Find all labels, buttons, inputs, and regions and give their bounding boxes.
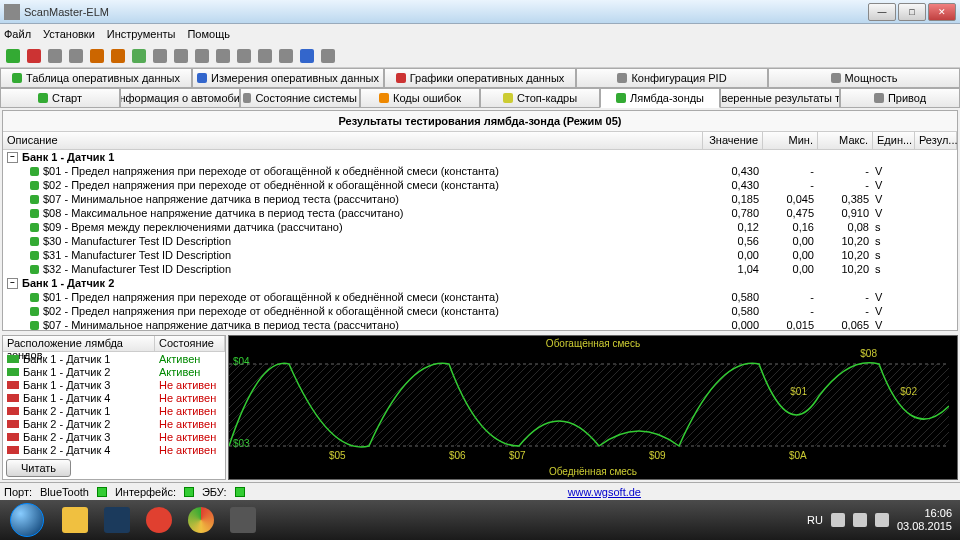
- item-max: -: [814, 165, 869, 177]
- taskbar-yandex[interactable]: [139, 504, 179, 536]
- close-button[interactable]: ✕: [928, 3, 956, 21]
- sensor-row[interactable]: Банк 2 - Датчик 2Не активен: [3, 417, 225, 430]
- toolbar-icon: [258, 49, 272, 63]
- read-button[interactable]: Читать: [6, 459, 71, 477]
- tab-5[interactable]: Лямбда-зонды: [600, 88, 720, 108]
- tray-flag-icon[interactable]: [831, 513, 845, 527]
- toolbar-button-0[interactable]: [4, 47, 22, 65]
- item-max: -: [814, 305, 869, 317]
- toolbar-icon: [132, 49, 146, 63]
- item-row[interactable]: $02 - Предел напряжения при переходе от …: [3, 304, 957, 318]
- column-headers: Описание Значение Мин. Макс. Един... Рез…: [3, 132, 957, 150]
- menu-settings[interactable]: Установки: [43, 28, 95, 40]
- sensor-row[interactable]: Банк 2 - Датчик 4Не активен: [3, 443, 225, 456]
- toolbar-button-13[interactable]: [277, 47, 295, 65]
- item-min: 0,045: [759, 193, 814, 205]
- maximize-button[interactable]: □: [898, 3, 926, 21]
- taskbar-photoshop[interactable]: [97, 504, 137, 536]
- toolbar-button-12[interactable]: [256, 47, 274, 65]
- item-row[interactable]: $31 - Manufacturer Test ID Description0,…: [3, 248, 957, 262]
- tray-network-icon[interactable]: [853, 513, 867, 527]
- toolbar-button-5[interactable]: [109, 47, 127, 65]
- tab-4[interactable]: Стоп-кадры: [480, 88, 600, 108]
- toolbar-button-3[interactable]: [67, 47, 85, 65]
- group-row[interactable]: −Банк 1 - Датчик 2: [3, 276, 957, 290]
- sensor-row[interactable]: Банк 2 - Датчик 1Не активен: [3, 404, 225, 417]
- tab-7[interactable]: Привод: [840, 88, 960, 108]
- toolbar-button-11[interactable]: [235, 47, 253, 65]
- windows-orb-icon: [10, 503, 44, 537]
- collapse-icon[interactable]: −: [7, 278, 18, 289]
- item-row[interactable]: $32 - Manufacturer Test ID Description1,…: [3, 262, 957, 276]
- tray-clock[interactable]: 16:06 03.08.2015: [897, 507, 952, 533]
- col-max[interactable]: Макс.: [818, 132, 873, 149]
- item-max: 0,065: [814, 319, 869, 330]
- sensor-row[interactable]: Банк 1 - Датчик 2Активен: [3, 365, 225, 378]
- item-row[interactable]: $07 - Минимальное напряжение датчика в п…: [3, 318, 957, 330]
- status-dot-icon: [30, 209, 39, 218]
- col-result[interactable]: Резул...: [915, 132, 957, 149]
- item-row[interactable]: $08 - Максимальное напряжение датчика в …: [3, 206, 957, 220]
- status-dot-icon: [30, 251, 39, 260]
- toolbar-button-15[interactable]: [319, 47, 337, 65]
- col-description[interactable]: Описание: [3, 132, 703, 149]
- tab-6[interactable]: Проверенные результаты теста: [720, 88, 840, 108]
- tab-1[interactable]: Измерения оперативных данных: [192, 68, 384, 88]
- toolbar-button-14[interactable]: [298, 47, 316, 65]
- col-value[interactable]: Значение: [703, 132, 763, 149]
- tab-icon: [243, 93, 251, 103]
- toolbar-button-7[interactable]: [151, 47, 169, 65]
- svg-rect-3: [229, 364, 949, 446]
- toolbar-button-1[interactable]: [25, 47, 43, 65]
- item-row[interactable]: $01 - Предел напряжения при переходе от …: [3, 290, 957, 304]
- item-row[interactable]: $09 - Время между переключениями датчика…: [3, 220, 957, 234]
- tray-volume-icon[interactable]: [875, 513, 889, 527]
- taskbar-chrome[interactable]: [181, 504, 221, 536]
- taskbar-explorer[interactable]: [55, 504, 95, 536]
- toolbar-button-8[interactable]: [172, 47, 190, 65]
- menu-file[interactable]: Файл: [4, 28, 31, 40]
- item-row[interactable]: $01 - Предел напряжения при переходе от …: [3, 164, 957, 178]
- tray-lang[interactable]: RU: [807, 514, 823, 526]
- item-value: 0,580: [699, 291, 759, 303]
- menu-tools[interactable]: Инструменты: [107, 28, 176, 40]
- tab-4[interactable]: Мощность: [768, 68, 960, 88]
- item-row[interactable]: $30 - Manufacturer Test ID Description0,…: [3, 234, 957, 248]
- toolbar-button-9[interactable]: [193, 47, 211, 65]
- sensor-col-state[interactable]: Состояние: [155, 336, 225, 351]
- taskbar-app[interactable]: [223, 504, 263, 536]
- vendor-link[interactable]: www.wgsoft.de: [568, 486, 641, 498]
- item-row[interactable]: $07 - Минимальное напряжение датчика в п…: [3, 192, 957, 206]
- toolbar-icon: [153, 49, 167, 63]
- col-min[interactable]: Мин.: [763, 132, 818, 149]
- sensor-row[interactable]: Банк 1 - Датчик 4Не активен: [3, 391, 225, 404]
- menu-help[interactable]: Помощь: [187, 28, 230, 40]
- tab-3[interactable]: Коды ошибок: [360, 88, 480, 108]
- group-row[interactable]: −Банк 1 - Датчик 1: [3, 150, 957, 164]
- sensor-row[interactable]: Банк 1 - Датчик 3Не активен: [3, 378, 225, 391]
- minimize-button[interactable]: —: [868, 3, 896, 21]
- toolbar-icon: [90, 49, 104, 63]
- toolbar-button-4[interactable]: [88, 47, 106, 65]
- tab-2[interactable]: Графики оперативных данных: [384, 68, 576, 88]
- toolbar-button-2[interactable]: [46, 47, 64, 65]
- tab-0[interactable]: Таблица оперативных данных: [0, 68, 192, 88]
- item-desc: $32 - Manufacturer Test ID Description: [43, 263, 699, 275]
- collapse-icon[interactable]: −: [7, 152, 18, 163]
- sensor-row[interactable]: Банк 1 - Датчик 1Активен: [3, 352, 225, 365]
- sensor-col-location[interactable]: Расположение лямбда зондов: [3, 336, 155, 351]
- toolbar-button-10[interactable]: [214, 47, 232, 65]
- results-tree[interactable]: −Банк 1 - Датчик 1$01 - Предел напряжени…: [3, 150, 957, 330]
- start-button[interactable]: [0, 500, 54, 540]
- col-unit[interactable]: Един...: [873, 132, 915, 149]
- item-row[interactable]: $02 - Предел напряжения при переходе от …: [3, 178, 957, 192]
- toolbar-button-6[interactable]: [130, 47, 148, 65]
- item-max: 10,20: [814, 235, 869, 247]
- item-value: 0,00: [699, 249, 759, 261]
- tab-0[interactable]: Старт: [0, 88, 120, 108]
- sensor-row[interactable]: Банк 2 - Датчик 3Не активен: [3, 430, 225, 443]
- tab-1[interactable]: Информация о автомобиле: [120, 88, 240, 108]
- tab-2[interactable]: Состояние системы: [240, 88, 360, 108]
- item-min: 0,16: [759, 221, 814, 233]
- tab-3[interactable]: Конфигурация PID: [576, 68, 768, 88]
